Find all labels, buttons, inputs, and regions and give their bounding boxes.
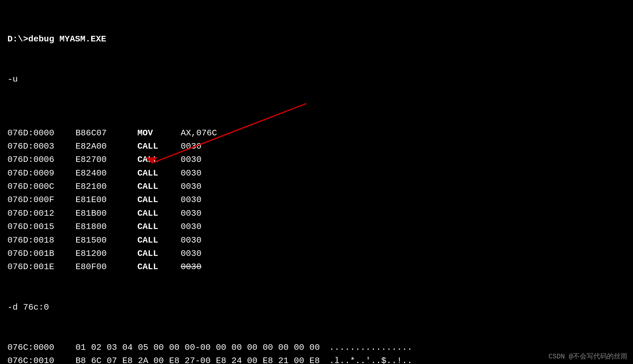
asm-line: 076D:0000B86C07MOVAX,076C	[7, 126, 626, 140]
asm-mnemonic: CALL	[137, 207, 181, 220]
asm-line: 076D:000CE82100CALL0030	[7, 180, 626, 193]
asm-mnemonic: CALL	[137, 140, 181, 153]
asm-mnemonic: CALL	[137, 153, 181, 166]
asm-bytes: E81E00	[75, 193, 137, 206]
mem-hex: 01 02 03 04 05 00 00 00-00 00 00 00 00 0…	[75, 341, 329, 354]
mem-ascii: .l..*..'..$..!..	[329, 356, 412, 364]
asm-operand: 0030	[181, 222, 201, 231]
asm-operand: 0030	[181, 249, 201, 258]
asm-line: 076D:0006E82700CALL0030	[7, 153, 626, 166]
asm-line: 076D:0018E81500CALL0030	[7, 234, 626, 247]
prompt-line: D:\>debug MYASM.EXE	[7, 32, 626, 46]
asm-operand: 0030	[181, 155, 201, 164]
asm-line: 076D:000FE81E00CALL0030	[7, 193, 626, 206]
asm-operand: 0030	[181, 142, 201, 151]
asm-bytes: E82700	[75, 153, 137, 166]
asm-addr: 076D:0015	[7, 220, 75, 233]
asm-addr: 076D:0003	[7, 140, 75, 153]
asm-operand: 0030	[181, 262, 201, 272]
asm-mnemonic: CALL	[137, 180, 181, 193]
asm-addr: 076D:0012	[7, 207, 75, 220]
asm-line: 076D:0003E82A00CALL0030	[7, 140, 626, 153]
asm-bytes: E81500	[75, 234, 137, 247]
asm-bytes: B86C07	[75, 126, 137, 140]
asm-addr: 076D:0006	[7, 153, 75, 166]
asm-line: 076D:0015E81800CALL0030	[7, 220, 626, 233]
asm-line: 076D:0009E82400CALL0030	[7, 167, 626, 180]
asm-bytes: E81800	[75, 220, 137, 233]
asm-mnemonic: CALL	[137, 260, 181, 273]
asm-addr: 076D:001B	[7, 247, 75, 260]
mem-line: 076C:000001 02 03 04 05 00 00 00-00 00 0…	[7, 341, 626, 354]
asm-addr: 076D:001E	[7, 260, 75, 273]
u-command: -u	[7, 73, 626, 86]
asm-operand: 0030	[181, 195, 201, 205]
d-command: -d 76c:0	[7, 301, 626, 314]
asm-addr: 076D:0000	[7, 126, 75, 140]
asm-mnemonic: CALL	[137, 220, 181, 233]
asm-addr: 076D:000C	[7, 180, 75, 193]
asm-line: 076D:001BE81200CALL0030	[7, 247, 626, 260]
asm-operand: AX,076C	[181, 128, 217, 138]
asm-addr: 076D:0018	[7, 234, 75, 247]
asm-bytes: E82400	[75, 167, 137, 180]
asm-bytes: E80F00	[75, 260, 137, 273]
asm-operand: 0030	[181, 235, 201, 245]
watermark: CSDN @不会写代码的丝雨	[549, 352, 627, 361]
asm-bytes: E82A00	[75, 140, 137, 153]
mem-line: 076C:0010B8 6C 07 E8 2A 00 E8 27-00 E8 2…	[7, 354, 626, 364]
asm-addr: 076D:0009	[7, 167, 75, 180]
asm-operand: 0030	[181, 168, 201, 178]
asm-operand: 0030	[181, 182, 201, 191]
asm-mnemonic: MOV	[137, 126, 181, 140]
mem-addr: 076C:0010	[7, 354, 75, 364]
asm-mnemonic: CALL	[137, 247, 181, 260]
mem-addr: 076C:0000	[7, 341, 75, 354]
terminal-window: D:\>debug MYASM.EXE -u 076D:0000B86C07MO…	[0, 0, 633, 364]
asm-bytes: E81B00	[75, 207, 137, 220]
asm-bytes: E81200	[75, 247, 137, 260]
asm-mnemonic: CALL	[137, 234, 181, 247]
mem-ascii: ................	[329, 343, 412, 352]
asm-mnemonic: CALL	[137, 193, 181, 206]
asm-operand: 0030	[181, 209, 201, 218]
asm-line: 076D:0012E81B00CALL0030	[7, 207, 626, 220]
asm-bytes: E82100	[75, 180, 137, 193]
mem-hex: B8 6C 07 E8 2A 00 E8 27-00 E8 24 00 E8 2…	[75, 354, 329, 364]
asm-mnemonic: CALL	[137, 167, 181, 180]
asm-addr: 076D:000F	[7, 193, 75, 206]
asm-line: 076D:001EE80F00CALL0030	[7, 260, 626, 273]
